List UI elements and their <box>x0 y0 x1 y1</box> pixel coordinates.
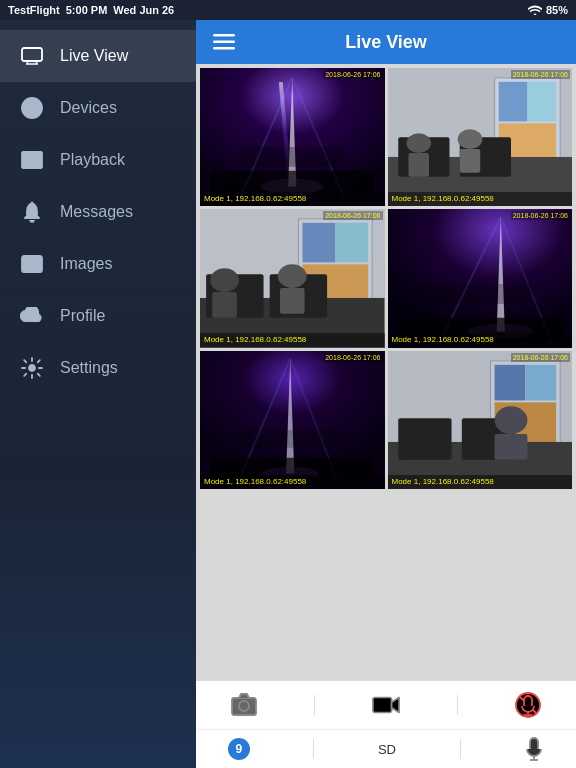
svg-rect-31 <box>241 147 344 167</box>
sidebar-item-label-playback: Playback <box>60 151 125 169</box>
camera-feed-4 <box>388 209 573 347</box>
svg-point-54 <box>278 265 307 289</box>
camera-cell-1[interactable]: 2018-06-26 17:06 Mode 1, 192.168.0.62:49… <box>200 68 385 206</box>
sidebar-item-label-settings: Settings <box>60 359 118 377</box>
svg-rect-76 <box>398 418 451 460</box>
app-name: TestFlight <box>8 4 60 16</box>
storage-label: SD <box>378 742 396 757</box>
sidebar-item-label-devices: Devices <box>60 99 117 117</box>
sidebar-item-images[interactable]: Images <box>0 238 196 290</box>
main-layout: Live View Devices <box>0 20 576 768</box>
svg-rect-14 <box>24 164 26 168</box>
svg-rect-16 <box>34 164 36 168</box>
sidebar-item-settings[interactable]: Settings <box>0 342 196 394</box>
camera-cell-5[interactable]: 2018-06-26 17:06 Mode 1, 192.168.0.62:49… <box>200 351 385 489</box>
svg-rect-34 <box>498 82 527 122</box>
camera-cell-2[interactable]: 2018-06-26 17:06 Mode 1, 192.168.0.62:49… <box>388 68 573 206</box>
svg-rect-72 <box>494 365 525 401</box>
bottom-toolbar: 9 SD <box>196 680 576 768</box>
monitor-icon <box>20 44 44 68</box>
svg-rect-43 <box>459 149 480 173</box>
camera-feed-3 <box>200 209 385 347</box>
svg-rect-23 <box>213 41 235 44</box>
film-icon <box>20 148 44 172</box>
status-left: TestFlight 5:00 PM Wed Jun 26 <box>8 4 174 16</box>
svg-rect-8 <box>22 155 42 157</box>
sidebar-item-label-images: Images <box>60 255 112 273</box>
gear-icon <box>20 356 44 380</box>
camera-grid: 2018-06-26 17:06 Mode 1, 192.168.0.62:49… <box>200 68 572 489</box>
svg-rect-13 <box>38 152 40 155</box>
svg-rect-48 <box>335 223 368 263</box>
svg-rect-22 <box>213 34 235 37</box>
sidebar: Live View Devices <box>0 20 196 768</box>
svg-point-78 <box>494 406 527 434</box>
svg-rect-24 <box>213 47 235 50</box>
status-divider-2 <box>460 739 461 759</box>
storage-status: SD <box>378 742 396 757</box>
camera-label-3: Mode 1, 192.168.0.62:49558 <box>200 333 385 347</box>
toolbar-icons <box>196 681 576 730</box>
svg-point-42 <box>457 129 482 149</box>
content-area: Live View <box>196 20 576 768</box>
talk-button[interactable] <box>503 685 553 725</box>
status-bar: TestFlight 5:00 PM Wed Jun 26 85% <box>0 0 576 20</box>
svg-rect-74 <box>525 365 556 401</box>
camera-cell-3[interactable]: 2018-06-26 17:06 Mode 1, 192.168.0.62:49… <box>200 209 385 347</box>
camera-timestamp-1: 2018-06-26 17:06 <box>323 70 382 79</box>
battery-level: 85% <box>546 4 568 16</box>
svg-point-21 <box>29 365 35 371</box>
camera-feed-6 <box>388 351 573 489</box>
sidebar-item-profile[interactable]: Profile <box>0 290 196 342</box>
sidebar-item-messages[interactable]: Messages <box>0 186 196 238</box>
camera-grid-container[interactable]: 2018-06-26 17:06 Mode 1, 192.168.0.62:49… <box>196 64 576 680</box>
svg-rect-82 <box>373 698 392 713</box>
svg-point-81 <box>239 701 249 711</box>
record-button[interactable] <box>361 685 411 725</box>
svg-rect-36 <box>527 82 556 122</box>
sidebar-item-label-messages: Messages <box>60 203 133 221</box>
svg-rect-53 <box>212 292 237 318</box>
svg-rect-62 <box>418 284 531 304</box>
toolbar-divider-1 <box>314 695 315 715</box>
svg-rect-46 <box>303 223 336 263</box>
sidebar-item-devices[interactable]: Devices <box>0 82 196 134</box>
svg-rect-15 <box>28 164 30 168</box>
status-time: 5:00 PM <box>66 4 108 16</box>
svg-rect-41 <box>408 153 429 177</box>
camera-timestamp-6: 2018-06-26 17:06 <box>511 353 570 362</box>
sidebar-item-playback[interactable]: Playback <box>0 134 196 186</box>
camera-label-1: Mode 1, 192.168.0.62:49558 <box>200 192 385 206</box>
svg-rect-10 <box>24 152 26 155</box>
wifi-icon <box>528 5 542 15</box>
camera-count-status: 9 <box>228 738 250 760</box>
header-title: Live View <box>242 32 530 53</box>
header: Live View <box>196 20 576 64</box>
svg-rect-12 <box>34 152 36 155</box>
svg-rect-79 <box>494 434 527 460</box>
capture-button[interactable] <box>219 685 269 725</box>
camera-cell-6[interactable]: 2018-06-26 17:06 Mode 1, 192.168.0.62:49… <box>388 351 573 489</box>
camera-feed-2 <box>388 68 573 206</box>
camera-timestamp-5: 2018-06-26 17:06 <box>323 353 382 362</box>
cloud-icon <box>20 304 44 328</box>
status-right: 85% <box>528 4 568 16</box>
image-icon <box>20 252 44 276</box>
toolbar-status: 9 SD <box>196 730 576 768</box>
svg-rect-69 <box>237 430 340 448</box>
camera-timestamp-4: 2018-06-26 17:06 <box>511 211 570 220</box>
sidebar-item-live-view[interactable]: Live View <box>0 30 196 82</box>
svg-rect-11 <box>28 152 30 155</box>
svg-rect-0 <box>22 48 42 61</box>
svg-rect-30 <box>210 171 374 195</box>
svg-point-52 <box>210 269 239 293</box>
svg-point-6 <box>31 107 34 110</box>
svg-rect-17 <box>38 164 40 168</box>
hamburger-button[interactable] <box>206 24 242 60</box>
camera-label-5: Mode 1, 192.168.0.62:49558 <box>200 475 385 489</box>
camera-count-badge: 9 <box>228 738 250 760</box>
mic-status <box>524 737 544 761</box>
svg-point-40 <box>406 133 431 153</box>
bell-icon <box>20 200 44 224</box>
camera-cell-4[interactable]: 2018-06-26 17:06 Mode 1, 192.168.0.62:49… <box>388 209 573 347</box>
